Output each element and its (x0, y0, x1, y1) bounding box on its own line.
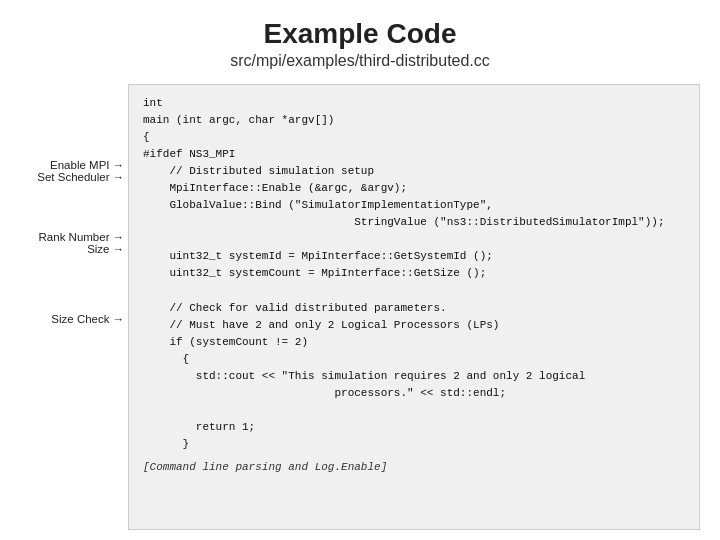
annotation-size: Size → (20, 243, 124, 255)
annotation-enable-mpi-label: Enable MPI (50, 159, 109, 171)
annotation-rank-number: Rank Number → (20, 231, 124, 243)
annotations-panel: Enable MPI → Set Scheduler → Rank Number… (20, 84, 128, 530)
annotation-enable-mpi-arrow: → (113, 159, 125, 171)
page-title: Example Code (264, 18, 457, 50)
annotation-size-arrow: → (113, 243, 125, 255)
annotation-rank-number-arrow: → (113, 231, 125, 243)
annotation-set-scheduler-arrow: → (113, 171, 125, 183)
annotation-enable-mpi: Enable MPI → (20, 159, 124, 171)
annotation-size-check: Size Check → (20, 313, 124, 325)
code-content: int main (int argc, char *argv[]) { #ifd… (143, 95, 685, 453)
annotation-set-scheduler: Set Scheduler → (20, 171, 124, 183)
annotation-rank-number-label: Rank Number (39, 231, 110, 243)
main-content: Enable MPI → Set Scheduler → Rank Number… (20, 84, 700, 530)
code-box: int main (int argc, char *argv[]) { #ifd… (128, 84, 700, 530)
annotation-size-check-label: Size Check (51, 313, 109, 325)
page-subtitle: src/mpi/examples/third-distributed.cc (230, 52, 490, 70)
annotation-size-label: Size (87, 243, 109, 255)
annotation-set-scheduler-label: Set Scheduler (37, 171, 109, 183)
command-line-note: [Command line parsing and Log.Enable] (143, 459, 685, 476)
annotation-size-check-arrow: → (113, 313, 125, 325)
